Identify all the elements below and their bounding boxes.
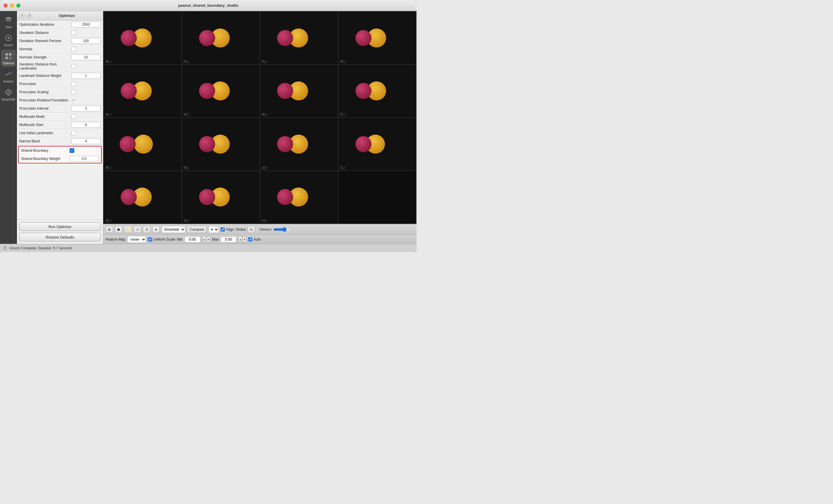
compare-select[interactable]: ▾ bbox=[208, 226, 219, 233]
sidebar-label-analyze: Analyze bbox=[3, 80, 14, 83]
bottom-toolbar-2: Feature Map -none- Uniform Scale Min ▲ ▼… bbox=[103, 235, 416, 244]
min-input[interactable] bbox=[185, 236, 200, 243]
cell-label-05: 05_i bbox=[184, 113, 189, 116]
peanut-10 bbox=[268, 123, 330, 165]
feature-map-select[interactable]: -none- bbox=[127, 236, 146, 243]
min-stepper-up[interactable]: ▲ bbox=[202, 236, 206, 243]
viewport-cell-07[interactable]: 07_i bbox=[338, 65, 416, 118]
run-optimize-button[interactable]: Run Optimize bbox=[19, 222, 100, 231]
viewport-cell-08[interactable]: 08_i bbox=[104, 118, 182, 170]
narrow-band-input[interactable] bbox=[71, 138, 100, 144]
max-stepper-up[interactable]: ▲ bbox=[238, 236, 242, 243]
sidebar-label-data: Data bbox=[5, 25, 11, 29]
proc-interval-input[interactable] bbox=[71, 105, 100, 112]
sidebar-item-groom[interactable]: Groom bbox=[1, 31, 16, 49]
use-landmarks-checkbox[interactable] bbox=[71, 131, 76, 135]
setting-row-proc-scaling: Procrustes Scaling bbox=[17, 88, 103, 96]
procrustes-checkbox[interactable] bbox=[71, 81, 76, 86]
viewport-cell-10[interactable]: 10_i bbox=[260, 118, 338, 170]
viewport-cell-01[interactable]: 01_i bbox=[182, 12, 260, 64]
sidebar-item-optimize[interactable]: Optimize bbox=[1, 50, 16, 67]
close-button[interactable] bbox=[3, 3, 7, 7]
panel-title: Optimize bbox=[33, 14, 100, 18]
grid-icon-btn[interactable]: ⊞ bbox=[105, 226, 113, 233]
statusbar-text: Groom Complete. Duration: 5.7 seconds bbox=[9, 246, 72, 250]
viewport-cell-14[interactable]: 14_i bbox=[260, 171, 338, 224]
maximize-button[interactable] bbox=[16, 3, 21, 7]
s-icon-btn[interactable]: S bbox=[143, 226, 150, 233]
minimize-button[interactable] bbox=[10, 3, 14, 7]
geo-dist-checkbox[interactable] bbox=[71, 30, 76, 35]
data-icon bbox=[4, 15, 13, 25]
traffic-lights bbox=[3, 3, 21, 7]
normals-strength-input[interactable] bbox=[71, 54, 100, 60]
rec-icon-btn[interactable]: ⏺ bbox=[115, 226, 122, 233]
viewport-cell-02[interactable]: 02_i bbox=[260, 12, 338, 64]
max-stepper-down[interactable]: ▼ bbox=[242, 236, 246, 243]
viewport-cell-00[interactable]: 00_i bbox=[104, 12, 182, 64]
settings-scroll[interactable]: Optimization Iterations Geodesic Distanc… bbox=[17, 21, 103, 220]
viewport-cell-06[interactable]: 06_i bbox=[260, 65, 338, 118]
multiscale-mode-checkbox[interactable] bbox=[71, 114, 76, 119]
multiscale-start-input[interactable] bbox=[71, 122, 100, 128]
cell-label-08: 08_i bbox=[105, 166, 111, 169]
viewport-cell-13[interactable]: 13_i bbox=[182, 171, 260, 224]
viewport-cell-12[interactable]: 12_i bbox=[104, 171, 182, 224]
folder-icon-btn[interactable]: 📁 bbox=[124, 226, 132, 233]
viewport-cell-05[interactable]: 05_i bbox=[182, 65, 260, 118]
align-checkbox-wrap: Align bbox=[221, 227, 234, 232]
main-area: Data Groom bbox=[0, 11, 416, 244]
viewport-cell-03[interactable]: 03_i bbox=[338, 12, 416, 64]
viewport-cell-09[interactable]: 09_i bbox=[182, 118, 260, 170]
multiscale-start-label: Multiscale Start bbox=[19, 123, 71, 127]
viewers-slider[interactable] bbox=[273, 227, 291, 232]
sidebar-label-groom: Groom bbox=[4, 44, 13, 47]
min-stepper-down[interactable]: ▼ bbox=[206, 236, 210, 243]
setting-row-geo-landmarks: Geodesic Distance from Landmarks bbox=[17, 62, 103, 72]
compare-button[interactable]: Compare bbox=[187, 226, 207, 233]
cell-label-00: 00_i bbox=[105, 60, 111, 63]
opt-iter-label: Optimization Iterations bbox=[19, 23, 71, 27]
setting-row-landmark-weight: Landmark Distance Weight bbox=[17, 72, 103, 80]
landmark-weight-input[interactable] bbox=[71, 73, 100, 79]
peanut-01 bbox=[190, 17, 252, 59]
procrustes-label: Procrustes bbox=[19, 82, 71, 86]
geo-landmarks-checkbox[interactable] bbox=[71, 64, 76, 69]
sidebar-label-deepssm: DeepSSM bbox=[2, 98, 15, 101]
restore-defaults-button[interactable]: Restore Defaults bbox=[19, 233, 100, 241]
svg-point-2 bbox=[8, 38, 9, 39]
panel-close-btn[interactable]: ✕ bbox=[19, 13, 25, 18]
svg-rect-3 bbox=[5, 53, 8, 55]
peanut-00 bbox=[112, 17, 174, 59]
normals-checkbox[interactable] bbox=[71, 47, 76, 51]
viewport-cell-04[interactable]: 04_i bbox=[104, 65, 182, 118]
global-icon-btn[interactable]: ↻ bbox=[247, 226, 255, 233]
panel-refresh-btn[interactable]: ↺ bbox=[26, 13, 31, 18]
dropdown-icon-btn[interactable]: ▾ bbox=[152, 226, 160, 233]
max-input[interactable] bbox=[220, 236, 236, 243]
sidebar-item-deepssm[interactable]: DeepSSM bbox=[1, 86, 16, 103]
groomed-select[interactable]: Groomed Original bbox=[162, 226, 185, 233]
sidebar-item-analyze[interactable]: Analyze bbox=[1, 68, 16, 85]
global-label: Global bbox=[236, 227, 246, 232]
peanut-07 bbox=[346, 70, 408, 112]
proc-scaling-checkbox[interactable] bbox=[71, 90, 76, 94]
viewport-cell-11[interactable]: 11_i bbox=[338, 118, 416, 170]
min-label: Min bbox=[177, 237, 182, 241]
shared-boundary-weight-input[interactable] bbox=[70, 156, 99, 162]
geo-remesh-input[interactable] bbox=[71, 38, 100, 44]
setting-row-use-landmarks: Use Initial Landmarks bbox=[17, 129, 103, 137]
opt-iter-input[interactable] bbox=[71, 22, 100, 27]
panel-header: ✕ ↺ Optimize bbox=[17, 11, 103, 21]
proc-interval-label: Procrustes Interval bbox=[19, 106, 71, 111]
setting-row-geo-dist: Geodesic Distance bbox=[17, 29, 103, 37]
auto-checkbox[interactable] bbox=[248, 237, 252, 241]
align-checkbox[interactable] bbox=[221, 227, 225, 232]
sidebar-item-data[interactable]: Data bbox=[1, 14, 16, 30]
share-icon-btn[interactable]: ↗ bbox=[134, 226, 141, 233]
uniform-scale-checkbox[interactable] bbox=[148, 237, 152, 241]
max-label: Max bbox=[212, 237, 219, 241]
shared-boundary-checkbox[interactable] bbox=[70, 148, 74, 153]
cell-label-03: 03_i bbox=[340, 60, 346, 63]
proc-scaling-label: Procrustes Scaling bbox=[19, 90, 71, 94]
